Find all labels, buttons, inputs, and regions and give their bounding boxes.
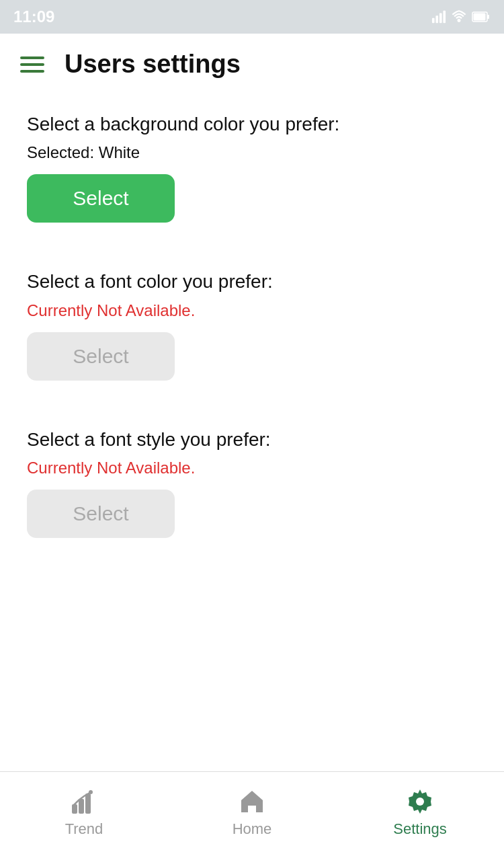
svg-rect-1 <box>435 15 438 23</box>
font-color-label: Select a font color you prefer: <box>27 270 477 294</box>
svg-rect-7 <box>474 13 486 21</box>
svg-rect-2 <box>439 13 442 24</box>
hamburger-line-1 <box>20 56 44 59</box>
bottom-nav: Trend Home Settings <box>0 771 504 852</box>
status-bar: 11:09 <box>0 0 504 34</box>
font-style-section: Select a font style you prefer: Currentl… <box>27 414 477 538</box>
font-color-section: Select a font color you prefer: Currentl… <box>27 256 477 380</box>
background-color-status: Selected: White <box>27 143 477 162</box>
menu-button[interactable] <box>20 56 44 73</box>
status-time: 11:09 <box>13 7 54 26</box>
status-icons <box>431 9 491 24</box>
svg-point-4 <box>458 20 460 22</box>
svg-rect-10 <box>85 793 91 814</box>
svg-point-13 <box>416 798 424 806</box>
trend-icon <box>69 787 99 816</box>
main-container: Users settings Select a background color… <box>0 34 504 818</box>
hamburger-line-2 <box>20 63 44 66</box>
signal-icon <box>431 9 446 24</box>
svg-point-11 <box>89 790 93 794</box>
svg-rect-6 <box>487 15 489 19</box>
content-area: Select a background color you prefer: Se… <box>0 92 504 818</box>
svg-rect-9 <box>79 799 84 814</box>
nav-item-home[interactable]: Home <box>168 780 336 845</box>
home-icon <box>237 787 267 816</box>
nav-item-settings[interactable]: Settings <box>336 780 504 845</box>
hamburger-line-3 <box>20 70 44 73</box>
trend-label: Trend <box>65 820 103 838</box>
settings-icon <box>405 787 435 816</box>
background-color-select-button[interactable]: Select <box>27 174 175 223</box>
nav-item-trend[interactable]: Trend <box>0 780 168 845</box>
svg-rect-3 <box>443 11 446 23</box>
wifi-icon <box>452 9 466 24</box>
header: Users settings <box>0 34 504 92</box>
font-style-status: Currently Not Available. <box>27 459 477 477</box>
background-color-section: Select a background color you prefer: Se… <box>27 99 477 223</box>
font-style-label: Select a font style you prefer: <box>27 428 477 452</box>
svg-rect-0 <box>432 18 435 23</box>
page-title: Users settings <box>65 50 241 79</box>
battery-icon <box>472 11 491 22</box>
home-label: Home <box>233 820 272 838</box>
settings-label: Settings <box>393 820 447 838</box>
font-color-status: Currently Not Available. <box>27 301 477 320</box>
font-style-select-button: Select <box>27 490 175 538</box>
background-color-label: Select a background color you prefer: <box>27 112 477 137</box>
font-color-select-button: Select <box>27 332 175 381</box>
